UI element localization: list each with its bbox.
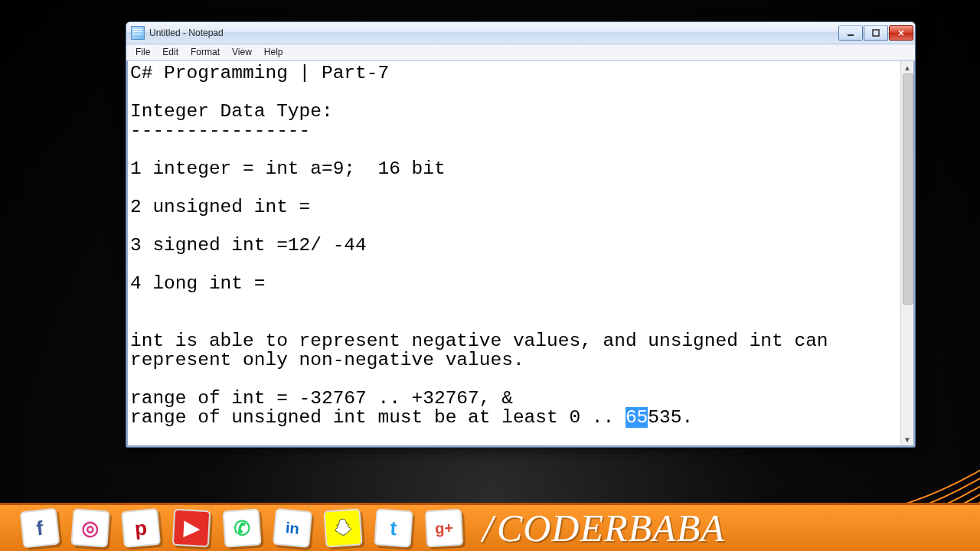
text-after-selection: 535.	[648, 407, 693, 428]
snapchat-icon[interactable]	[323, 508, 362, 547]
notepad-app-icon	[131, 26, 145, 40]
menu-edit[interactable]: Edit	[156, 45, 185, 59]
window-title: Untitled - Notepad	[149, 28, 224, 38]
social-bar: f ◎ p ▶ ✆ in t g+ / CODERBABA	[0, 503, 980, 551]
text-before-selection: C# Programming | Part-7 Integer Data Typ…	[130, 63, 839, 428]
brand-text: / CODERBABA	[482, 506, 725, 550]
desktop: Untitled - Notepad File Edit Format View…	[0, 0, 980, 551]
scroll-down-arrow-icon[interactable]: ▼	[901, 433, 913, 445]
close-button[interactable]	[889, 25, 913, 41]
svg-rect-0	[848, 34, 854, 36]
titlebar[interactable]: Untitled - Notepad	[126, 22, 915, 44]
text-selection: 65	[626, 407, 648, 428]
menu-help[interactable]: Help	[258, 45, 289, 59]
menu-file[interactable]: File	[129, 45, 156, 59]
youtube-icon[interactable]: ▶	[172, 509, 211, 547]
scroll-up-arrow-icon[interactable]: ▲	[901, 61, 913, 73]
instagram-icon[interactable]: ◎	[70, 508, 109, 547]
brand-slash: /	[482, 506, 494, 550]
whatsapp-icon[interactable]: ✆	[222, 508, 261, 547]
facebook-icon[interactable]: f	[20, 508, 60, 549]
text-editor[interactable]: C# Programming | Part-7 Integer Data Typ…	[128, 61, 901, 445]
brand-name: CODERBABA	[497, 506, 725, 550]
scroll-thumb[interactable]	[903, 73, 913, 305]
twitter-icon[interactable]: t	[374, 508, 413, 547]
vertical-scrollbar[interactable]: ▲ ▼	[900, 61, 913, 445]
pinterest-icon[interactable]: p	[121, 508, 161, 548]
window-controls	[838, 25, 913, 41]
maximize-button[interactable]	[864, 25, 888, 41]
notepad-window: Untitled - Notepad File Edit Format View…	[126, 21, 916, 448]
linkedin-icon[interactable]: in	[273, 508, 312, 548]
minimize-button[interactable]	[838, 25, 863, 41]
menubar: File Edit Format View Help	[126, 44, 915, 60]
svg-rect-1	[873, 30, 879, 36]
menu-format[interactable]: Format	[185, 45, 226, 59]
editor-container: C# Programming | Part-7 Integer Data Typ…	[126, 60, 915, 447]
googleplus-icon[interactable]: g+	[425, 509, 463, 547]
menu-view[interactable]: View	[226, 45, 258, 59]
